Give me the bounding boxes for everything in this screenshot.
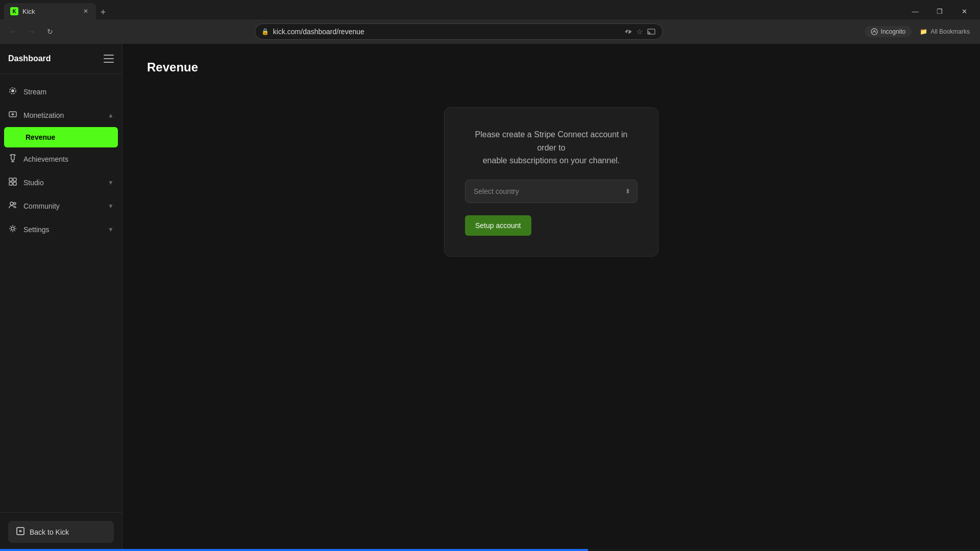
- forward-button[interactable]: →: [24, 24, 39, 39]
- cast-icon[interactable]: [646, 27, 656, 37]
- bookmark-star-icon[interactable]: ☆: [635, 27, 644, 37]
- sidebar-item-revenue[interactable]: Revenue: [4, 127, 118, 147]
- tab-bar: K Kick ✕ + — ❐ ✕: [0, 0, 980, 19]
- svg-rect-9: [9, 178, 12, 181]
- svg-point-14: [14, 203, 16, 205]
- window-controls: — ❐ ✕: [903, 3, 976, 19]
- app-container: Dashboard Stream: [0, 44, 980, 551]
- monetization-chevron-icon: ▲: [108, 112, 114, 119]
- back-button[interactable]: ←: [6, 24, 20, 39]
- card-message-line1: Please create a Stripe Connect account i…: [475, 130, 628, 152]
- radio-icon: [8, 86, 17, 97]
- gear-icon: [8, 224, 17, 235]
- svg-point-15: [11, 227, 14, 230]
- sidebar-header: Dashboard: [0, 44, 122, 74]
- close-button[interactable]: ✕: [952, 3, 976, 19]
- lock-icon: 🔒: [261, 28, 269, 35]
- sidebar-item-studio-label: Studio: [23, 179, 102, 187]
- tab-group: K Kick ✕ +: [4, 3, 901, 19]
- card-message-line2: enable subscriptions on your channel.: [483, 156, 620, 165]
- sidebar-item-settings[interactable]: Settings ▼: [0, 218, 122, 241]
- country-select[interactable]: Select country United States United King…: [465, 180, 638, 203]
- tab-close-button[interactable]: ✕: [82, 7, 90, 15]
- browser-extras: Incognito: [865, 26, 912, 37]
- bottom-bar: [0, 549, 980, 551]
- sidebar-title: Dashboard: [8, 54, 51, 63]
- tab-title: Kick: [22, 8, 78, 15]
- sidebar-footer: Back to Kick: [0, 512, 122, 551]
- bookmarks-folder-icon: 📁: [920, 28, 927, 35]
- sidebar-item-achievements[interactable]: Achievements: [0, 147, 122, 171]
- svg-point-6: [11, 89, 14, 92]
- back-to-kick-button[interactable]: Back to Kick: [8, 521, 114, 543]
- progress-bar: [0, 549, 588, 551]
- grid-icon: [8, 177, 17, 188]
- svg-rect-12: [13, 182, 16, 185]
- reload-button[interactable]: ↻: [43, 24, 57, 39]
- sidebar-item-revenue-label: Revenue: [10, 133, 112, 141]
- svg-rect-11: [9, 182, 12, 185]
- sidebar-item-monetization-label: Monetization: [23, 111, 102, 119]
- minimize-button[interactable]: —: [903, 3, 927, 19]
- sidebar-item-community[interactable]: Community ▼: [0, 194, 122, 218]
- trophy-icon: [8, 154, 17, 165]
- studio-chevron-icon: ▼: [108, 179, 114, 186]
- sidebar: Dashboard Stream: [0, 44, 122, 551]
- dollar-icon: [8, 110, 17, 121]
- sidebar-item-monetization[interactable]: Monetization ▲: [0, 104, 122, 127]
- sidebar-toggle-button[interactable]: [104, 55, 114, 63]
- people-icon: [8, 201, 17, 212]
- sidebar-item-settings-label: Settings: [23, 226, 102, 234]
- country-select-wrapper: Select country United States United King…: [465, 180, 638, 203]
- sidebar-item-achievements-label: Achievements: [23, 155, 114, 163]
- revenue-card: Please create a Stripe Connect account i…: [444, 107, 658, 257]
- sidebar-item-studio[interactable]: Studio ▼: [0, 171, 122, 194]
- new-tab-button[interactable]: +: [96, 5, 110, 19]
- community-chevron-icon: ▼: [108, 203, 114, 210]
- svg-point-13: [10, 202, 13, 205]
- svg-point-2: [873, 30, 874, 31]
- settings-chevron-icon: ▼: [108, 226, 114, 233]
- main-content: Revenue Please create a Stripe Connect a…: [122, 44, 980, 551]
- url-text: kick.com/dashboard/revenue: [273, 28, 619, 36]
- svg-rect-10: [13, 178, 16, 181]
- address-bar-row: ← → ↻ 🔒 kick.com/dashboard/revenue ☆: [0, 19, 980, 44]
- incognito-badge[interactable]: Incognito: [865, 26, 912, 37]
- address-bar[interactable]: 🔒 kick.com/dashboard/revenue ☆: [255, 23, 663, 40]
- browser-chrome: K Kick ✕ + — ❐ ✕ ← → ↻ 🔒 kick.com/dashbo…: [0, 0, 980, 44]
- sidebar-item-stream[interactable]: Stream: [0, 80, 122, 104]
- revenue-card-container: Please create a Stripe Connect account i…: [122, 87, 980, 551]
- sidebar-nav: Stream Monetization ▲ Revenue: [0, 74, 122, 512]
- svg-rect-4: [104, 58, 114, 59]
- maximize-button[interactable]: ❐: [928, 3, 951, 19]
- sidebar-item-community-label: Community: [23, 202, 102, 210]
- active-tab[interactable]: K Kick ✕: [4, 3, 96, 19]
- setup-account-button[interactable]: Setup account: [465, 215, 531, 236]
- svg-rect-3: [104, 55, 114, 56]
- sidebar-item-stream-label: Stream: [23, 88, 114, 96]
- card-message: Please create a Stripe Connect account i…: [465, 128, 638, 167]
- incognito-label: Incognito: [881, 28, 906, 35]
- page-title: Revenue: [147, 60, 955, 74]
- address-icons: ☆: [623, 27, 656, 37]
- bookmarks-label: All Bookmarks: [930, 28, 970, 35]
- page-header: Revenue: [122, 44, 980, 87]
- back-arrow-icon: [16, 527, 24, 537]
- back-to-kick-label: Back to Kick: [30, 528, 69, 536]
- tab-favicon: K: [10, 7, 18, 15]
- bookmarks-area: 📁 All Bookmarks: [916, 28, 974, 35]
- svg-rect-5: [104, 62, 114, 63]
- eye-slash-icon[interactable]: [623, 27, 633, 37]
